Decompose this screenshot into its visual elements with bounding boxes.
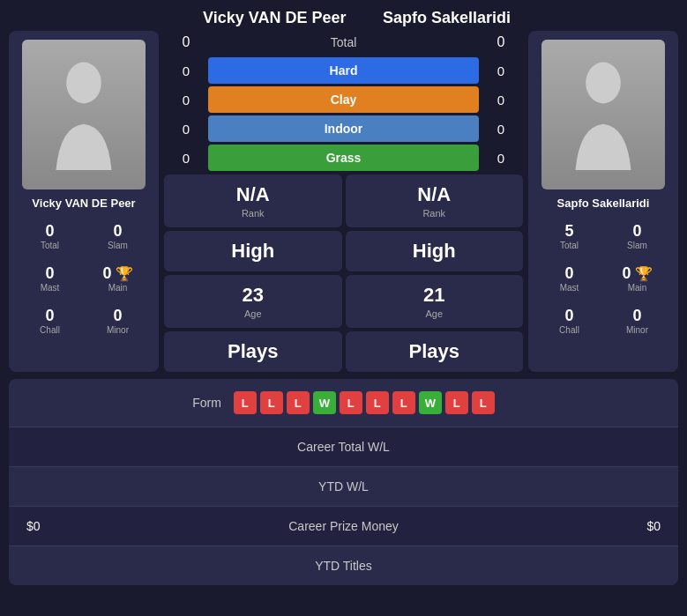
career-prize-left: $0 [26, 519, 132, 533]
indoor-left-score: 0 [164, 122, 208, 137]
player1-name: Vicky VAN DE Peer [32, 197, 135, 210]
surfaces-wrapper: 0 Hard 0 0 Clay 0 0 Indoor 0 0 Grass [164, 57, 523, 171]
clay-left-score: 0 [164, 93, 208, 108]
stats-table: Form LLLWLLLWLL Career Total W/L YTD W/L… [9, 379, 678, 585]
hard-left-score: 0 [164, 63, 208, 78]
player1-card: Vicky VAN DE Peer 0 Total 0 Slam 0 Mast … [9, 31, 159, 372]
top-section: Vicky VAN DE Peer 0 Total 0 Slam 0 Mast … [9, 31, 678, 372]
player2-name-header: Sapfo Sakellaridi [357, 9, 512, 27]
ytd-titles-row: YTD Titles [9, 546, 678, 585]
ytd-wl-row: YTD W/L [9, 467, 678, 507]
form-badges: LLLWLLLWLL [234, 391, 495, 414]
form-badge-l: L [472, 391, 495, 414]
player1-stats: 0 Total 0 Slam 0 Mast 0 🏆 Main [18, 217, 150, 340]
total-line: 0 Total 0 [164, 31, 523, 54]
player1-age-label: Age [173, 308, 333, 319]
player2-stats: 5 Total 0 Slam 0 Mast 0 🏆 Main [537, 217, 669, 340]
player2-age-label: Age [355, 308, 515, 319]
main-container: Vicky VAN DE Peer Sapfo Sakellaridi Vick… [0, 0, 687, 594]
grass-badge: Grass [208, 145, 479, 171]
player2-main-with-trophy: 0 🏆 Main [605, 259, 669, 298]
player2-rank-value: N/A [355, 183, 515, 206]
player2-avatar [541, 40, 665, 189]
plays-panels: Plays Plays [164, 331, 523, 372]
total-left: 0 [164, 34, 208, 50]
clay-badge: Clay [208, 86, 479, 113]
player1-plays-label: Plays [173, 340, 333, 363]
ytd-titles-label: YTD Titles [132, 559, 555, 573]
info-panels: N/A Rank N/A Rank [164, 174, 523, 227]
player1-total-wins: 0 Total [18, 217, 82, 256]
form-row: Form LLLWLLLWLL [9, 379, 678, 427]
hard-line: 0 Hard 0 [164, 57, 523, 84]
hard-badge: Hard [208, 57, 479, 84]
total-right: 0 [479, 34, 523, 50]
player2-plays-panel: Plays [346, 331, 524, 372]
player2-slam: 0 Slam [605, 217, 669, 256]
player1-rank-value: N/A [173, 183, 333, 206]
high-panels: High High [164, 231, 523, 271]
player2-age-value: 21 [355, 284, 515, 307]
player1-main-with-trophy: 0 🏆 Main [86, 259, 150, 298]
player2-age-panel: 21 Age [346, 275, 524, 328]
clay-line: 0 Clay 0 [164, 86, 523, 113]
player1-minor: 0 Minor [86, 301, 150, 340]
form-badge-l: L [392, 391, 415, 414]
player1-plays-panel: Plays [164, 331, 342, 372]
player1-mast: 0 Mast [18, 259, 82, 298]
career-prize-right: $0 [555, 519, 661, 533]
career-prize-label: Career Prize Money [132, 519, 555, 533]
indoor-line: 0 Indoor 0 [164, 115, 523, 142]
age-panels: 23 Age 21 Age [164, 275, 523, 328]
center-panel: 0 Total 0 0 Hard 0 0 Clay 0 0 Indoor [164, 31, 523, 372]
player1-rank-panel: N/A Rank [164, 174, 342, 227]
player2-mast: 0 Mast [537, 259, 601, 298]
svg-point-0 [66, 63, 101, 104]
form-badge-l: L [445, 391, 468, 414]
form-badge-l: L [234, 391, 257, 414]
player2-rank-panel: N/A Rank [346, 174, 524, 227]
form-badge-w: W [419, 391, 442, 414]
player1-age-panel: 23 Age [164, 275, 342, 328]
player2-plays-label: Plays [355, 340, 515, 363]
player2-high-value: High [355, 240, 515, 263]
hard-right-score: 0 [479, 63, 523, 78]
player1-slam: 0 Slam [86, 217, 150, 256]
indoor-badge: Indoor [208, 115, 479, 142]
grass-line: 0 Grass 0 [164, 145, 523, 171]
player1-age-value: 23 [173, 284, 333, 307]
player1-rank-label: Rank [173, 208, 333, 219]
grass-right-score: 0 [479, 151, 523, 166]
player2-minor: 0 Minor [605, 301, 669, 340]
career-total-row: Career Total W/L [9, 427, 678, 467]
player1-name-header: Vicky VAN DE Peer [203, 9, 357, 27]
player2-rank-label: Rank [355, 208, 515, 219]
form-badge-l: L [366, 391, 389, 414]
names-header: Vicky VAN DE Peer Sapfo Sakellaridi [9, 9, 678, 27]
svg-point-1 [586, 63, 621, 104]
player2-card: Sapfo Sakellaridi 5 Total 0 Slam 0 Mast … [528, 31, 678, 372]
player1-trophy-icon: 🏆 [116, 265, 133, 282]
player1-avatar [22, 40, 146, 189]
form-text: Form [192, 396, 221, 410]
total-label: Total [208, 35, 479, 49]
indoor-right-score: 0 [479, 122, 523, 137]
player1-high-panel: High [164, 231, 342, 271]
ytd-wl-label: YTD W/L [132, 479, 555, 494]
form-badge-w: W [313, 391, 336, 414]
player2-trophy-icon: 🏆 [635, 265, 653, 282]
form-label: Form LLLWLLLWLL [132, 391, 555, 414]
player2-total-wins: 5 Total [537, 217, 601, 256]
player2-high-panel: High [346, 231, 524, 271]
player2-chall: 0 Chall [537, 301, 601, 340]
player1-chall: 0 Chall [18, 301, 82, 340]
clay-right-score: 0 [479, 93, 523, 108]
player2-name: Sapfo Sakellaridi [557, 197, 650, 210]
form-badge-l: L [340, 391, 362, 414]
form-badge-l: L [260, 391, 283, 414]
player1-high-value: High [173, 240, 333, 263]
career-total-label: Career Total W/L [132, 440, 555, 454]
form-badge-l: L [287, 391, 310, 414]
grass-left-score: 0 [164, 151, 208, 166]
career-prize-row: $0 Career Prize Money $0 [9, 507, 678, 546]
